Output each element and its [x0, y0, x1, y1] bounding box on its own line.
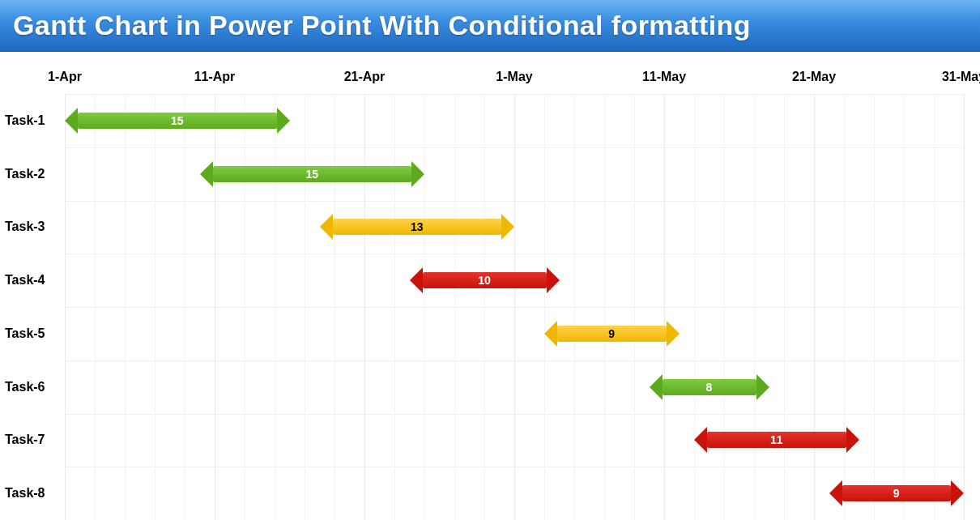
arrow-right-icon	[667, 321, 680, 347]
x-tick-label: 1-May	[496, 70, 532, 84]
gridline-vertical	[364, 94, 365, 520]
task-label: Task-6	[5, 380, 45, 394]
gridline-vertical	[544, 94, 545, 520]
arrow-left-icon	[694, 427, 707, 453]
task-label: Task-4	[5, 273, 45, 288]
gantt-bar-label: 9	[557, 326, 667, 342]
gantt-bar: 9	[829, 480, 965, 506]
svg-marker-12	[694, 427, 707, 453]
arrow-left-icon	[829, 480, 842, 506]
gridline-vertical	[394, 94, 395, 520]
x-tick-label: 31-May	[942, 70, 980, 84]
arrow-left-icon	[650, 374, 663, 400]
gantt-bar: 8	[650, 374, 769, 400]
svg-marker-13	[846, 427, 859, 453]
svg-marker-2	[200, 161, 213, 187]
svg-marker-8	[544, 321, 557, 347]
gridline-vertical	[65, 94, 66, 520]
gridline-vertical	[694, 94, 695, 520]
gridline-vertical	[215, 94, 215, 520]
arrow-right-icon	[846, 427, 859, 453]
svg-marker-0	[65, 108, 78, 134]
svg-marker-4	[320, 214, 333, 240]
gridline-vertical	[964, 94, 965, 520]
svg-marker-10	[650, 374, 663, 400]
gridline-vertical	[904, 94, 905, 520]
x-tick-label: 21-Apr	[344, 70, 386, 84]
gridline-vertical	[305, 94, 305, 520]
gantt-bar-label: 9	[842, 485, 952, 501]
gridline-vertical	[125, 94, 126, 520]
gantt-bar-label: 11	[707, 432, 846, 448]
arrow-right-icon	[547, 267, 560, 293]
svg-marker-14	[829, 480, 842, 506]
gridline-vertical	[754, 94, 755, 520]
task-label: Task-2	[5, 167, 45, 181]
gantt-bar: 9	[544, 321, 680, 347]
gridline-vertical	[664, 94, 665, 520]
gridline-vertical	[245, 94, 245, 520]
gridline-vertical	[185, 94, 185, 520]
gantt-bar-label: 15	[213, 166, 412, 182]
gridline-vertical	[484, 94, 485, 520]
arrow-right-icon	[756, 374, 769, 400]
task-label: Task-5	[5, 326, 45, 341]
gridline-vertical	[784, 94, 785, 520]
page-title: Gantt Chart in Power Point With Conditio…	[13, 10, 751, 41]
svg-marker-5	[501, 214, 514, 240]
gridline-vertical	[814, 94, 815, 520]
svg-marker-11	[756, 374, 769, 400]
gridline-vertical	[514, 94, 515, 520]
gridline-vertical	[424, 94, 425, 520]
arrow-left-icon	[320, 214, 333, 240]
gridline-vertical	[844, 94, 845, 520]
gridline-vertical	[604, 94, 605, 520]
x-tick-label: 11-May	[642, 70, 686, 84]
gridline-vertical	[95, 94, 96, 520]
gantt-chart: 1-Apr11-Apr21-Apr1-May11-May21-May31-May…	[0, 52, 980, 520]
gridline-vertical	[155, 94, 156, 520]
gantt-bar: 15	[200, 161, 425, 187]
gridline-vertical	[334, 94, 335, 520]
gridline-vertical	[574, 94, 575, 520]
task-label: Task-3	[5, 220, 45, 234]
gridline-vertical	[934, 94, 935, 520]
svg-marker-3	[411, 161, 424, 187]
gridline-vertical	[724, 94, 725, 520]
svg-marker-6	[410, 267, 423, 293]
gantt-bar: 10	[410, 267, 560, 293]
arrow-right-icon	[501, 214, 514, 240]
x-tick-label: 1-Apr	[48, 70, 82, 84]
gridline-vertical	[275, 94, 275, 520]
x-tick-label: 11-Apr	[194, 70, 236, 84]
gantt-bar-label: 8	[663, 379, 756, 395]
gantt-bar: 15	[65, 108, 290, 134]
arrow-left-icon	[200, 161, 213, 187]
gridline-vertical	[634, 94, 635, 520]
gantt-bar: 13	[320, 214, 515, 240]
arrow-right-icon	[411, 161, 424, 187]
arrow-left-icon	[410, 267, 423, 293]
title-bar: Gantt Chart in Power Point With Conditio…	[0, 0, 980, 52]
task-label: Task-8	[5, 486, 45, 501]
gantt-bar-label: 13	[333, 219, 502, 235]
gantt-bar-label: 10	[423, 272, 547, 288]
gantt-bar-label: 15	[78, 113, 277, 129]
arrow-right-icon	[951, 480, 964, 506]
arrow-left-icon	[65, 108, 78, 134]
gantt-bar: 11	[694, 427, 859, 453]
task-label: Task-1	[5, 113, 45, 128]
task-label: Task-7	[5, 433, 45, 447]
gridline-vertical	[874, 94, 875, 520]
x-tick-label: 21-May	[792, 70, 836, 84]
svg-marker-15	[951, 480, 964, 506]
svg-marker-7	[547, 267, 560, 293]
svg-marker-1	[277, 108, 290, 134]
gridline-vertical	[454, 94, 455, 520]
svg-marker-9	[667, 321, 680, 347]
arrow-right-icon	[277, 108, 290, 134]
arrow-left-icon	[544, 321, 557, 347]
